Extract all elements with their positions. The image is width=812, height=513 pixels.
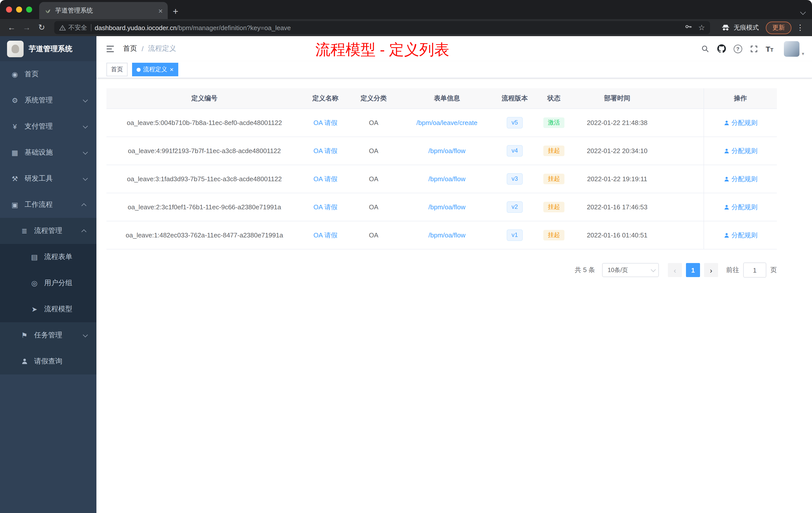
window-zoom-button[interactable] — [26, 6, 32, 12]
sidebar-item-任务管理[interactable]: ⚑任务管理 — [0, 322, 96, 349]
definition-category: OA — [348, 137, 399, 164]
form-info-link[interactable]: /bpm/oa/flow — [399, 165, 495, 193]
incognito-label: 无痕模式 — [734, 23, 759, 32]
definition-id: oa_leave:4:991f2193-7b7f-11ec-a3c8-acde4… — [107, 137, 302, 164]
status-badge: 挂起 — [543, 174, 564, 184]
sidebar-menu: ◉首页⚙系统管理¥支付管理▦基础设施⚒研发工具▣工作流程≣流程管理▤流程表单◎用… — [0, 61, 96, 513]
sidebar-item-用户分组[interactable]: ◎用户分组 — [0, 270, 96, 296]
page-size-select[interactable]: 10条/页 — [602, 263, 659, 277]
assign-rule-link[interactable]: 分配规则 — [723, 203, 757, 212]
row-gap — [661, 109, 703, 137]
new-tab-button[interactable]: + — [168, 6, 184, 19]
goto-unit-label: 页 — [770, 266, 777, 275]
version-cell: v2 — [495, 193, 534, 221]
sidebar-item-label: 流程模型 — [44, 305, 72, 314]
breadcrumb-separator: / — [142, 45, 144, 53]
status-cell: 激活 — [534, 109, 574, 137]
version-cell: v1 — [495, 221, 534, 249]
chevron-down-icon — [83, 123, 88, 128]
browser-tab-strip: 芋道管理系统 × + — [0, 0, 812, 19]
window-close-button[interactable] — [6, 6, 12, 12]
sidebar-item-label: 首页 — [25, 70, 39, 79]
back-button[interactable]: ← — [5, 24, 18, 32]
help-icon[interactable]: ? — [734, 44, 742, 53]
tab-search-chevron-icon[interactable] — [801, 7, 805, 16]
assign-rule-link[interactable]: 分配规则 — [723, 175, 757, 183]
sidebar-item-流程模型[interactable]: ➤流程模型 — [0, 296, 96, 322]
definition-name-link[interactable]: OA 请假 — [302, 109, 348, 137]
browser-tab[interactable]: 芋道管理系统 × — [39, 2, 168, 19]
macos-window-controls — [0, 0, 39, 19]
sidebar-item-工作流程[interactable]: ▣工作流程 — [0, 192, 96, 218]
form-info-link[interactable]: /bpm/oa/leave/create — [399, 109, 495, 137]
search-icon[interactable] — [701, 44, 709, 53]
tag-item[interactable]: 首页 — [107, 63, 127, 76]
bookmark-star-icon[interactable]: ☆ — [698, 23, 705, 32]
definition-name-link[interactable]: OA 请假 — [302, 165, 348, 193]
font-size-icon[interactable]: TT — [766, 45, 774, 53]
form-info-link[interactable]: /bpm/oa/flow — [399, 193, 495, 221]
incognito-icon — [721, 23, 730, 32]
sidebar-item-请假查询[interactable]: 请假查询 — [0, 349, 96, 374]
definition-name-link[interactable]: OA 请假 — [302, 193, 348, 221]
assign-rule-link[interactable]: 分配规则 — [723, 146, 757, 155]
definition-id: oa_leave:5:004b710b-7b8a-11ec-8ef0-acde4… — [107, 109, 302, 137]
window-minimize-button[interactable] — [16, 6, 22, 12]
tag-item[interactable]: 流程定义× — [132, 63, 178, 76]
tag-active-dot — [137, 67, 141, 71]
sidebar-item-支付管理[interactable]: ¥支付管理 — [0, 114, 96, 140]
goto-label: 前往 — [726, 266, 739, 275]
version-cell: v4 — [495, 137, 534, 164]
chevron-up-icon — [81, 203, 86, 208]
goto-page-input[interactable] — [743, 263, 766, 278]
assign-rule-link[interactable]: 分配规则 — [723, 231, 757, 240]
url-text: dashboard.yudao.iocoder.cn/bpm/manager/d… — [95, 24, 681, 31]
sidebar-toggle-button[interactable] — [96, 44, 123, 54]
github-icon[interactable] — [717, 44, 726, 53]
browser-menu-kebab-icon[interactable]: ⋮ — [793, 23, 807, 32]
omnibox[interactable]: 不安全 dashboard.yudao.iocoder.cn/bpm/manag… — [54, 21, 710, 34]
column-header: 流程版本 — [495, 88, 534, 109]
password-key-icon[interactable] — [684, 23, 692, 33]
tab-close-icon[interactable]: × — [157, 7, 164, 14]
user-avatar-menu[interactable]: ▼ — [784, 41, 805, 57]
fullscreen-icon[interactable] — [750, 44, 758, 53]
sidebar-item-系统管理[interactable]: ⚙系统管理 — [0, 87, 96, 114]
form-info-link[interactable]: /bpm/oa/flow — [399, 137, 495, 164]
assign-rule-label: 分配规则 — [731, 146, 757, 155]
next-page-button[interactable]: › — [704, 263, 718, 277]
chrome-update-button[interactable]: 更新 — [766, 21, 791, 34]
version-badge: v5 — [506, 117, 523, 128]
sidebar-item-流程表单[interactable]: ▤流程表单 — [0, 244, 96, 270]
definition-category: OA — [348, 109, 399, 137]
sidebar-item-基础设施[interactable]: ▦基础设施 — [0, 140, 96, 165]
table-header-row: 定义编号定义名称定义分类表单信息流程版本状态部署时间操作 — [107, 88, 777, 109]
forward-button[interactable]: → — [20, 24, 33, 32]
sidebar-item-首页[interactable]: ◉首页 — [0, 61, 96, 87]
status-badge: 激活 — [543, 117, 564, 128]
column-header: 定义分类 — [348, 88, 399, 109]
yen-icon: ¥ — [10, 122, 19, 130]
sidebar-item-研发工具[interactable]: ⚒研发工具 — [0, 165, 96, 192]
refresh-button[interactable]: ↻ — [35, 24, 48, 32]
gear-icon: ⚙ — [10, 96, 19, 104]
infra-icon: ▦ — [10, 149, 19, 157]
tools-icon: ⚒ — [10, 175, 19, 183]
assign-rule-link[interactable]: 分配规则 — [723, 118, 757, 127]
breadcrumb-home-link[interactable]: 首页 — [123, 44, 137, 53]
security-chip[interactable]: 不安全 — [59, 23, 87, 32]
form-info-link[interactable]: /bpm/oa/flow — [399, 221, 495, 249]
row-gap — [661, 137, 703, 164]
definition-category: OA — [348, 165, 399, 193]
page-number-button[interactable]: 1 — [686, 263, 700, 277]
status-badge: 挂起 — [543, 230, 564, 240]
definition-name-link[interactable]: OA 请假 — [302, 137, 348, 164]
tag-close-icon[interactable]: × — [170, 66, 174, 73]
version-cell: v3 — [495, 165, 534, 193]
person-icon — [723, 120, 729, 126]
prev-page-button[interactable]: ‹ — [668, 263, 682, 277]
task-icon: ⚑ — [20, 331, 29, 339]
main-area: 首页 / 流程定义 流程模型 - 定义列表 ? TT — [96, 36, 812, 513]
definition-name-link[interactable]: OA 请假 — [302, 221, 348, 249]
sidebar-item-流程管理[interactable]: ≣流程管理 — [0, 218, 96, 244]
